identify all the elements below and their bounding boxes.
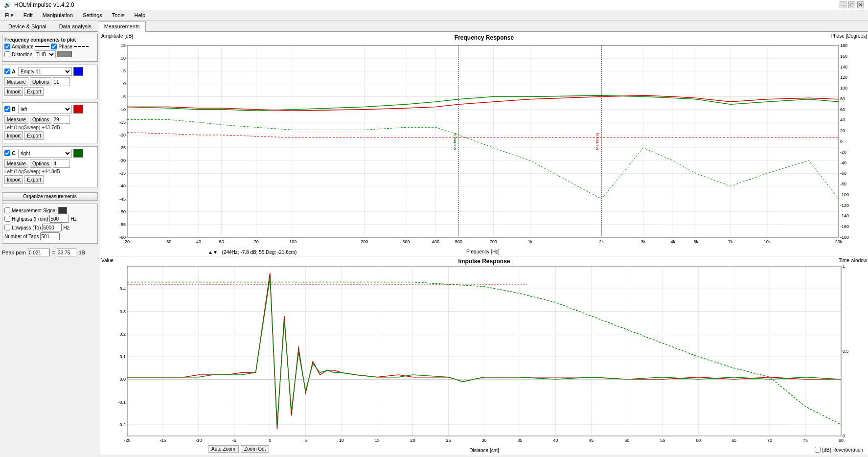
channel-c-block: C right Measure Options Left (LogSweep) … <box>2 146 98 187</box>
title-bar-title: HOLMImpulse v1.4.2.0 <box>14 1 840 8</box>
title-bar-buttons: — □ ✕ <box>840 1 864 8</box>
channel-a-select[interactable]: Empty 11 <box>18 67 72 76</box>
measurement-signal-row: Measurement Signal <box>4 207 95 214</box>
menu-edit[interactable]: Edit <box>21 11 36 19</box>
menu-tools[interactable]: Tools <box>109 11 128 19</box>
channel-b-measure-btn[interactable]: Measure <box>4 115 28 124</box>
distortion-label: Distortion <box>12 52 32 57</box>
channel-c-measure-btn[interactable]: Measure <box>4 159 28 168</box>
channel-a-label: A <box>12 69 17 74</box>
highpass-label: Highpass (From) <box>12 216 48 222</box>
tab-device-signal[interactable]: Device & Signal <box>2 22 53 31</box>
app-icon: 🔊 <box>4 1 11 8</box>
phase-label: Phase <box>58 44 72 49</box>
channel-c-import-export-row: Import Export <box>4 175 95 184</box>
menu-settings[interactable]: Settings <box>80 11 105 19</box>
freq-chart-info: ▲▼ (244Hz; -7.8 dB; 55 Deg; -21.6cm) <box>208 250 297 255</box>
tab-measurements[interactable]: Measurements <box>98 22 146 32</box>
channel-c-options-btn[interactable]: Options <box>30 159 51 168</box>
channel-c-export-btn[interactable]: Export <box>24 175 44 184</box>
freq-section-label: Frequency components to plot <box>4 37 95 43</box>
channel-a-color[interactable] <box>73 67 83 76</box>
lowpass-unit: Hz <box>63 225 69 230</box>
channel-a-measure-row: Measure Options <box>4 77 95 86</box>
lowpass-row: Lowpass (To) Hz <box>4 224 95 231</box>
channel-c-header: C right <box>4 149 95 158</box>
channel-a-header: A Empty 11 <box>4 67 95 76</box>
channel-c-spinner[interactable] <box>53 159 70 168</box>
reverberation-label: Reverberation <box>832 447 863 453</box>
channel-b-select[interactable]: left <box>18 105 72 114</box>
reverberation-checkbox[interactable] <box>815 447 821 453</box>
channel-b-status: Left (LogSweep) +43.7dB <box>4 125 95 130</box>
freq-chart-canvas[interactable] <box>100 32 868 256</box>
channel-b-options-btn[interactable]: Options <box>30 115 51 124</box>
tabs-bar: Device & Signal Data analysis Measuremen… <box>0 21 868 32</box>
impulse-chart-container: Auto Zoom Zoom Out [dB] Reverberation <box>100 256 868 455</box>
organize-btn[interactable]: Organize measurements <box>2 192 98 201</box>
auto-zoom-btn[interactable]: Auto Zoom <box>208 445 239 453</box>
reverberation-check: [dB] Reverberation <box>815 447 863 453</box>
peak-pcm-block: Peak pcm = dB <box>2 249 98 256</box>
minimize-button[interactable]: — <box>840 1 846 8</box>
channel-c-checkbox[interactable] <box>4 150 10 156</box>
phase-line-icon <box>74 46 89 47</box>
channel-c-label: C <box>12 150 17 156</box>
peak-pcm-db-input[interactable] <box>57 249 76 256</box>
amplitude-line-icon <box>35 46 49 47</box>
freq-chart-container: ▲▼ (244Hz; -7.8 dB; 55 Deg; -21.6cm) <box>100 32 868 256</box>
channel-a-options-btn[interactable]: Options <box>30 77 51 86</box>
channel-c-measure-row: Measure Options <box>4 159 95 168</box>
distortion-row: Distortion THD 2nd 3rd <box>4 50 95 58</box>
freq-components-section: Frequency components to plot Amplitude P… <box>2 34 98 62</box>
menu-file[interactable]: File <box>2 11 17 19</box>
channel-b-label: B <box>12 106 17 112</box>
channel-c-select[interactable]: right <box>18 149 72 158</box>
peak-pcm-db-label: dB <box>78 250 85 255</box>
sidebar: Frequency components to plot Amplitude P… <box>0 32 100 455</box>
highpass-unit: Hz <box>70 216 76 222</box>
lowpass-input[interactable] <box>42 224 62 231</box>
channel-b-color[interactable] <box>73 105 83 114</box>
highpass-checkbox[interactable] <box>4 216 10 222</box>
thd-select[interactable]: THD 2nd 3rd <box>34 50 56 58</box>
menu-help[interactable]: Help <box>132 11 149 19</box>
num-taps-row: Number of Taps <box>4 232 95 240</box>
channel-a-import-btn[interactable]: Import <box>4 87 23 96</box>
channel-b-block: B left Measure Options Left (LogSweep) +… <box>2 102 98 143</box>
highpass-row: Highpass (From) Hz <box>4 215 95 223</box>
close-button[interactable]: ✕ <box>857 1 864 8</box>
channel-b-export-btn[interactable]: Export <box>24 131 44 140</box>
num-taps-input[interactable] <box>40 232 60 240</box>
lowpass-checkbox[interactable] <box>4 225 10 230</box>
measurement-signal-checkbox[interactable] <box>4 207 10 213</box>
channel-a-export-btn[interactable]: Export <box>24 87 44 96</box>
channel-a-checkbox[interactable] <box>4 69 10 74</box>
channel-a-spinner[interactable] <box>53 77 70 86</box>
maximize-button[interactable]: □ <box>848 1 855 8</box>
channel-c-import-btn[interactable]: Import <box>4 175 23 184</box>
channel-a-measure-btn[interactable]: Measure <box>4 77 28 86</box>
tab-data-analysis[interactable]: Data analysis <box>53 22 98 31</box>
channel-a-import-export-row: Import Export <box>4 87 95 96</box>
impulse-chart-canvas[interactable] <box>100 256 868 455</box>
peak-pcm-input[interactable] <box>28 249 50 256</box>
measurement-signal-color[interactable] <box>58 207 67 214</box>
channel-c-color[interactable] <box>73 149 83 158</box>
zoom-buttons: Auto Zoom Zoom Out <box>208 445 269 453</box>
distortion-color-icon <box>57 51 72 57</box>
zoom-out-btn[interactable]: Zoom Out <box>241 445 269 453</box>
menu-manipulation[interactable]: Manipulation <box>40 11 76 19</box>
amplitude-label: Amplitude <box>12 44 33 49</box>
db-label: [dB] <box>822 447 831 453</box>
distortion-checkbox[interactable] <box>4 51 10 57</box>
menu-bar: File Edit Manipulation Settings Tools He… <box>0 10 868 21</box>
channel-b-import-btn[interactable]: Import <box>4 131 23 140</box>
peak-pcm-label: Peak pcm <box>2 250 26 255</box>
highpass-input[interactable] <box>49 215 69 223</box>
channel-b-spinner[interactable] <box>53 115 70 124</box>
measurement-signal-block: Measurement Signal Highpass (From) Hz Lo… <box>2 204 98 244</box>
phase-checkbox[interactable] <box>51 44 57 49</box>
amplitude-checkbox[interactable] <box>4 44 10 49</box>
channel-b-checkbox[interactable] <box>4 106 10 112</box>
